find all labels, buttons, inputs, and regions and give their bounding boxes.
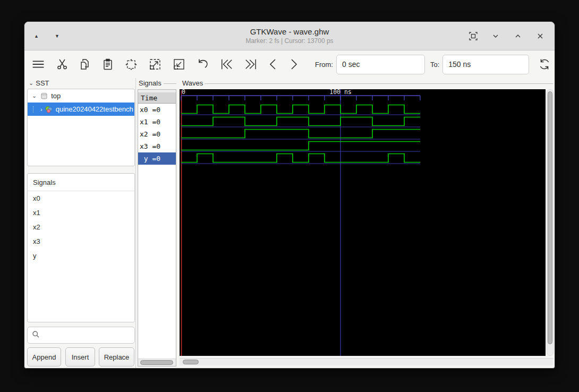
column-filler	[138, 165, 176, 359]
shade-up-button[interactable]: ▲	[32, 31, 41, 41]
signals-column-frame-label: Signals	[139, 79, 164, 87]
signal-list-item[interactable]: x1	[28, 206, 134, 220]
toolbar: From: To:	[24, 50, 555, 78]
tree-item-top[interactable]: ⌄ top	[28, 89, 134, 103]
signal-value-row[interactable]: x0 =0	[138, 104, 176, 116]
chevron-down-icon: ⌄	[29, 80, 33, 87]
svg-text:100 ns: 100 ns	[329, 89, 352, 96]
signal-value-row[interactable]: y =0	[138, 152, 176, 165]
close-icon[interactable]	[535, 31, 545, 41]
shade-down-button[interactable]: ▼	[53, 31, 62, 41]
gtkwave-window: ▲ ▼ GTKWave - wave.ghw Marker: 2 fs | Cu…	[24, 21, 555, 369]
fullscreen-icon[interactable]	[469, 31, 478, 41]
signals-list-header: Signals	[28, 174, 134, 191]
sst-tree: ⌄ top ›	[27, 89, 135, 166]
to-label: To:	[430, 61, 439, 69]
scrollbar-thumb[interactable]	[548, 91, 552, 344]
chevron-right-icon[interactable]: ›	[40, 106, 42, 113]
signal-list-item[interactable]: x0	[28, 191, 134, 206]
tree-item-testbench[interactable]: › quine20240422testbench	[28, 103, 134, 116]
copy-icon[interactable]	[79, 57, 91, 71]
tree-item-label: quine20240422testbench	[56, 105, 133, 113]
append-button[interactable]: Append	[27, 347, 61, 367]
signal-value-row[interactable]: x1 =0	[138, 116, 176, 128]
signal-search[interactable]	[27, 327, 135, 344]
scrollbar-thumb[interactable]	[183, 360, 199, 364]
module-icon	[40, 92, 48, 100]
zoom-fit-icon[interactable]	[125, 57, 138, 71]
sst-header-label: SST	[36, 79, 49, 87]
goto-end-icon[interactable]	[244, 57, 257, 71]
zoom-in-icon[interactable]	[149, 57, 161, 71]
minimize-icon[interactable]	[491, 31, 500, 41]
waves-frame-label: Waves	[182, 79, 203, 87]
frame-line	[164, 83, 176, 84]
scrollbar-thumb[interactable]	[140, 360, 173, 365]
to-input[interactable]	[442, 55, 529, 74]
waveform-trace-y	[181, 154, 420, 163]
wave-canvas[interactable]: 0100 ns	[180, 89, 546, 356]
sst-expander[interactable]: ⌄ SST	[29, 79, 49, 87]
reload-icon[interactable]	[538, 57, 551, 72]
signal-list-item[interactable]: x3	[28, 234, 134, 249]
from-label: From:	[315, 61, 333, 69]
waveform-plot: 0100 ns	[180, 89, 546, 356]
zoom-out-icon[interactable]	[173, 57, 185, 71]
waveform-trace-x1	[181, 117, 420, 126]
menu-icon[interactable]	[32, 57, 45, 71]
signal-value-rows: x0 =0x1 =0x2 =0x3 =0 y =0	[138, 104, 176, 165]
waves-vscrollbar[interactable]	[547, 89, 554, 356]
replace-button[interactable]: Replace	[99, 347, 134, 367]
panel-splitter[interactable]	[135, 78, 136, 369]
waveform-trace-x3	[181, 142, 420, 150]
waves-hscrollbar[interactable]	[180, 358, 553, 365]
signal-list-item[interactable]: y	[28, 249, 134, 263]
waveform-trace-x0	[181, 105, 420, 114]
frame-line	[205, 83, 553, 84]
tree-item-label: top	[51, 92, 61, 100]
chevron-down-icon[interactable]: ⌄	[32, 92, 37, 99]
step-right-icon[interactable]	[289, 57, 299, 71]
time-column-header[interactable]: Time	[138, 92, 176, 104]
signal-list-item[interactable]: x2	[28, 220, 134, 234]
paste-icon[interactable]	[102, 57, 114, 71]
main-area: ⌄ SST ⌄ top ›	[24, 78, 555, 369]
waveform-trace-x2	[181, 130, 420, 138]
signals-column: Time x0 =0x1 =0x2 =0x3 =0 y =0	[138, 89, 176, 367]
from-input[interactable]	[336, 55, 425, 74]
tree-indent-guide	[33, 106, 40, 113]
goto-start-icon[interactable]	[220, 57, 233, 71]
maximize-icon[interactable]	[513, 31, 523, 41]
undo-icon[interactable]	[197, 57, 209, 71]
insert-button[interactable]: Insert	[65, 347, 95, 367]
signal-value-row[interactable]: x2 =0	[138, 128, 176, 140]
titlebar: ▲ ▼ GTKWave - wave.ghw Marker: 2 fs | Cu…	[24, 22, 555, 50]
signals-list: x0x1x2x3y	[28, 191, 134, 263]
signal-value-row[interactable]: x3 =0	[138, 140, 176, 152]
signals-column-hscrollbar[interactable]	[138, 359, 176, 366]
search-icon	[32, 330, 40, 340]
search-input[interactable]	[43, 331, 137, 339]
svg-text:0: 0	[182, 89, 185, 96]
step-left-icon[interactable]	[268, 57, 278, 71]
cut-icon[interactable]	[56, 57, 68, 71]
process-icon	[45, 105, 53, 114]
signals-list-panel: Signals x0x1x2x3y	[27, 173, 135, 322]
